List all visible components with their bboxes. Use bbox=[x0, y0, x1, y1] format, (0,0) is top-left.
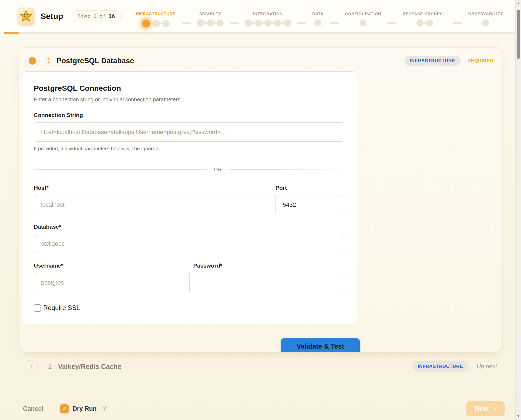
validate-test-button[interactable]: Validate & Test bbox=[281, 338, 360, 352]
scroll-up-arrow[interactable]: ▲ bbox=[516, 1, 521, 5]
step-counter-prefix: Step bbox=[78, 13, 90, 19]
divider-line bbox=[34, 169, 207, 170]
stepper-group: RELEASE ORCHES... bbox=[403, 12, 447, 26]
host-label: Host* bbox=[34, 185, 275, 191]
stepper-group: OBSERVABILITY bbox=[468, 12, 503, 26]
star-icon bbox=[19, 9, 33, 23]
check-icon: ✓ bbox=[62, 405, 67, 412]
stepper-group-connector bbox=[230, 22, 239, 24]
vertical-scrollbar: ▲ ▼ bbox=[515, 0, 521, 420]
step-dot[interactable] bbox=[217, 19, 224, 26]
stepper-group-connector bbox=[330, 22, 339, 24]
step-number: 2 bbox=[48, 363, 52, 370]
step-dot[interactable] bbox=[274, 19, 281, 26]
step-counter-total: 16 bbox=[109, 13, 115, 19]
step-dot[interactable] bbox=[284, 19, 291, 26]
chevron-right-icon: › bbox=[30, 362, 33, 370]
step-counter-of: of bbox=[99, 13, 106, 19]
expand-step-button[interactable]: › bbox=[25, 360, 38, 373]
password-label: Password* bbox=[186, 262, 345, 269]
step-card-header: 1 PostgreSQL Database INFRASTRUCTURE REQ… bbox=[19, 48, 502, 71]
connection-string-label: Connection String bbox=[34, 112, 345, 118]
app-logo bbox=[17, 8, 35, 25]
step-dot[interactable] bbox=[245, 19, 252, 26]
stepper-group-connector bbox=[387, 22, 396, 24]
main-content: 1 PostgreSQL Database INFRASTRUCTURE REQ… bbox=[0, 34, 515, 420]
up-next-status: Up next bbox=[476, 363, 497, 370]
divider-line bbox=[229, 169, 345, 170]
stepper-group-connector bbox=[453, 22, 462, 24]
host-input[interactable] bbox=[34, 195, 276, 214]
stepper-group-connector bbox=[297, 22, 306, 24]
username-input[interactable] bbox=[34, 273, 190, 292]
step-dot[interactable] bbox=[197, 19, 204, 26]
active-step-dot bbox=[29, 57, 36, 65]
category-badge: INFRASTRUCTURE bbox=[404, 56, 461, 66]
require-ssl-checkbox[interactable] bbox=[34, 304, 41, 312]
stepper-group-label: INFRASTRUCTURE bbox=[136, 12, 176, 16]
step-counter-badge: Step 1 of 16 bbox=[71, 10, 122, 22]
step-dot[interactable] bbox=[163, 20, 170, 27]
step-dot[interactable] bbox=[207, 19, 214, 26]
chevron-right-icon: › bbox=[493, 406, 496, 411]
username-label: Username* bbox=[34, 262, 186, 269]
or-divider: OR bbox=[34, 167, 345, 173]
stepper-group: INFRASTRUCTURE bbox=[136, 12, 176, 28]
stepper-group: CONFIGURATION bbox=[345, 12, 381, 26]
step-card-postgresql: 1 PostgreSQL Database INFRASTRUCTURE REQ… bbox=[19, 47, 502, 352]
next-button-label: Next bbox=[475, 405, 489, 412]
form-subtitle: Enter a connection string or individual … bbox=[34, 96, 345, 103]
step-dot-active[interactable] bbox=[142, 19, 150, 28]
wizard-footer: Cancel ✓ Dry Run ? Next › bbox=[23, 400, 505, 417]
required-badge: REQUIRED bbox=[468, 58, 493, 64]
step-dot[interactable] bbox=[482, 19, 489, 26]
connection-string-input[interactable] bbox=[34, 122, 345, 142]
step-dot[interactable] bbox=[314, 19, 321, 26]
stepper-group-connector bbox=[182, 22, 191, 24]
next-button[interactable]: Next › bbox=[466, 401, 505, 416]
step-number: 1 bbox=[47, 57, 51, 65]
step-card-valkey-collapsed: › 2 Valkey/Redis Cache INFRASTRUCTURE Up… bbox=[19, 360, 502, 373]
step-counter-current: 1 bbox=[93, 13, 97, 19]
step-dot[interactable] bbox=[416, 19, 423, 26]
stepper-group: SECURITY bbox=[197, 12, 224, 26]
page-title: Setup bbox=[41, 12, 63, 21]
dry-run-label: Dry Run bbox=[72, 405, 96, 412]
stepper: INFRASTRUCTURESECURITYINTEGRATIONDATACON… bbox=[136, 5, 503, 28]
header: Setup Step 1 of 16 INFRASTRUCTURESECURIT… bbox=[0, 0, 521, 32]
stepper-group-label: SECURITY bbox=[199, 12, 221, 16]
stepper-group-label: OBSERVABILITY bbox=[468, 12, 503, 16]
database-label: Database* bbox=[34, 224, 345, 230]
connection-form-panel: PostgreSQL Connection Enter a connection… bbox=[22, 71, 357, 324]
divider-text: OR bbox=[214, 167, 222, 173]
step-title: Valkey/Redis Cache bbox=[58, 363, 121, 371]
step-dot[interactable] bbox=[426, 19, 433, 26]
step-dot[interactable] bbox=[153, 20, 160, 27]
step-dot[interactable] bbox=[359, 19, 367, 26]
stepper-group: INTEGRATION bbox=[245, 12, 291, 26]
dry-run-checkbox[interactable]: ✓ bbox=[60, 404, 69, 413]
scrollbar-thumb[interactable] bbox=[517, 10, 520, 59]
stepper-group-label: RELEASE ORCHES... bbox=[403, 12, 447, 16]
help-tooltip-button[interactable]: ? bbox=[100, 405, 109, 413]
scroll-down-arrow[interactable]: ▼ bbox=[516, 414, 521, 418]
port-label: Port bbox=[275, 185, 345, 191]
question-mark-icon: ? bbox=[103, 406, 106, 411]
step-dot[interactable] bbox=[264, 19, 271, 26]
connection-string-help: If provided, individual parameters below… bbox=[34, 146, 345, 152]
step-title: PostgreSQL Database bbox=[56, 57, 134, 65]
cancel-button[interactable]: Cancel bbox=[23, 405, 43, 412]
form-title: PostgreSQL Connection bbox=[34, 84, 345, 93]
database-input[interactable] bbox=[34, 234, 345, 253]
stepper-group: DATA bbox=[312, 12, 324, 26]
stepper-group-label: INTEGRATION bbox=[253, 12, 283, 16]
password-input[interactable] bbox=[189, 273, 345, 292]
require-ssl-label: Require SSL bbox=[43, 304, 80, 312]
step-dot[interactable] bbox=[255, 19, 262, 26]
port-input[interactable] bbox=[275, 195, 345, 214]
stepper-group-label: DATA bbox=[312, 12, 324, 16]
active-step-indicator bbox=[25, 54, 40, 68]
stepper-group-label: CONFIGURATION bbox=[345, 12, 381, 16]
category-badge: INFRASTRUCTURE bbox=[412, 361, 468, 372]
